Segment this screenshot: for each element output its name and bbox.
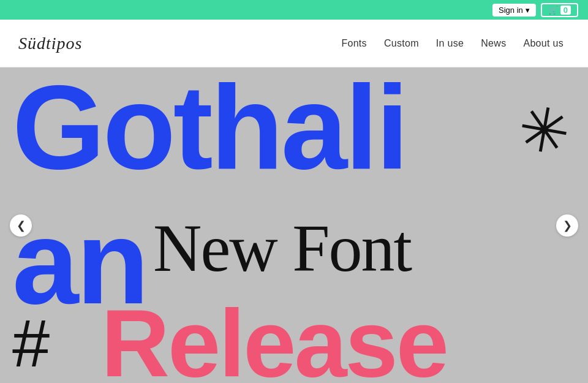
cart-button[interactable]: 🛒 0: [541, 3, 578, 17]
hero-asterisk: ✳: [513, 97, 575, 166]
hero-line3-release: Release: [101, 296, 447, 384]
cart-icon: 🛒: [548, 6, 558, 15]
slider-prev-icon: ❮: [17, 219, 26, 232]
signin-dropdown-icon: ▾: [526, 6, 530, 15]
nav-news[interactable]: News: [481, 38, 506, 49]
main-nav: Fonts Custom In use News About us: [341, 38, 564, 49]
hero-text-layer: Gothali ✳ an New Font # Release: [0, 67, 588, 383]
header: Südtipos Fonts Custom In use News About …: [0, 20, 588, 67]
hero-line3-hash: #: [12, 309, 50, 377]
nav-inuse[interactable]: In use: [436, 38, 464, 49]
hero-line3-group: # Release: [0, 300, 588, 383]
hero-section: Gothali ✳ an New Font # Release ❮ ❯: [0, 67, 588, 383]
nav-custom[interactable]: Custom: [384, 38, 419, 49]
slider-next-button[interactable]: ❯: [556, 214, 578, 237]
nav-aboutus[interactable]: About us: [523, 38, 564, 49]
signin-label: Sign in: [499, 6, 523, 15]
slider-next-icon: ❯: [563, 219, 572, 232]
signin-button[interactable]: Sign in ▾: [492, 4, 536, 17]
hero-line1: Gothali: [0, 67, 588, 187]
nav-fonts[interactable]: Fonts: [341, 38, 367, 49]
cart-count: 0: [560, 6, 571, 15]
logo[interactable]: Südtipos: [18, 34, 82, 53]
hero-line2-newfont: New Font: [153, 214, 411, 282]
slider-prev-button[interactable]: ❮: [10, 214, 32, 237]
top-bar: Sign in ▾ 🛒 0: [0, 0, 588, 20]
